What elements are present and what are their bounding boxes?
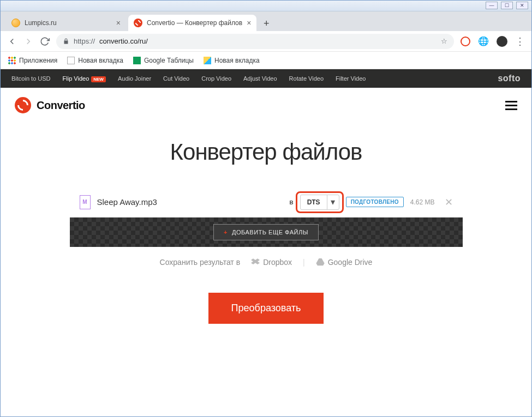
back-button[interactable] [7, 37, 17, 46]
gdrive-icon [316, 258, 325, 266]
topnav-link[interactable]: Cut Video [163, 75, 189, 82]
file-size: 4.62 MB [410, 198, 435, 206]
page-icon [67, 57, 75, 64]
browser-tab-inactive[interactable]: Lumpics.ru × [6, 15, 126, 31]
forward-button[interactable] [23, 37, 33, 46]
address-bar[interactable]: https://convertio.co/ru/ ☆ [56, 34, 454, 49]
add-more-row: + ДОБАВИТЬ ЕЩЕ ФАЙЛЫ [70, 217, 463, 247]
bookmark-item[interactable]: Google Таблицы [133, 57, 194, 64]
logo-text: Convertio [37, 99, 85, 112]
apps-icon [8, 57, 16, 64]
tab-title: Convertio — Конвертер файлов [147, 19, 242, 27]
bookmarks-bar: Приложения Новая вкладка Google Таблицы … [1, 52, 531, 69]
format-value: DTS [301, 195, 327, 209]
bookmark-apps[interactable]: Приложения [8, 57, 57, 64]
page-title: Конвертер файлов [1, 139, 531, 165]
globe-icon[interactable]: 🌐 [478, 36, 489, 46]
favicon-icon [11, 19, 20, 27]
gdrive-option[interactable]: Google Drive [316, 258, 373, 267]
topnav-link[interactable]: Rotate Video [289, 75, 324, 82]
window-minimize-button[interactable]: — [486, 2, 498, 9]
window-close-button[interactable]: ✕ [516, 2, 528, 9]
main-content: Конвертер файлов M Sleep Away.mp3 в DTS … [1, 123, 531, 324]
format-selector-group: DTS ▾ [300, 195, 339, 210]
dropbox-icon [251, 258, 260, 266]
converter-card: M Sleep Away.mp3 в DTS ▾ ПОДГОТОВЛЕНО 4.… [70, 187, 463, 277]
tab-close-icon[interactable]: × [116, 19, 121, 27]
image-icon [204, 57, 211, 64]
topnav-link[interactable]: Bitcoin to USD [11, 75, 51, 82]
separator: | [303, 258, 305, 267]
profile-avatar[interactable] [497, 36, 507, 47]
bookmark-star-icon[interactable]: ☆ [441, 37, 447, 45]
file-name: Sleep Away.mp3 [97, 197, 157, 207]
browser-tabstrip: Lumpics.ru × Convertio — Конвертер файло… [1, 11, 531, 31]
browser-tab-active[interactable]: Convertio — Конвертер файлов × [128, 15, 256, 31]
plus-icon: + [224, 229, 228, 235]
browser-menu-icon[interactable]: ⋮ [515, 35, 525, 47]
brand-softo: softo [498, 74, 521, 83]
extension-icon[interactable] [461, 37, 470, 46]
format-dropdown[interactable]: DTS ▾ [300, 195, 339, 210]
topnav-link[interactable]: Flip VideoNEW [63, 75, 106, 82]
save-label: Сохранить результат в [160, 258, 241, 267]
convert-button[interactable]: Преобразовать [208, 293, 324, 324]
site-topnav: Bitcoin to USD Flip VideoNEW Audio Joine… [1, 69, 531, 88]
topnav-link[interactable]: Filter Video [336, 75, 366, 82]
file-row: M Sleep Away.mp3 в DTS ▾ ПОДГОТОВЛЕНО 4.… [70, 187, 463, 217]
status-badge: ПОДГОТОВЛЕНО [346, 197, 404, 207]
remove-file-button[interactable]: ✕ [445, 196, 453, 208]
tab-close-icon[interactable]: × [247, 19, 251, 27]
topnav-link[interactable]: Audio Joiner [118, 75, 151, 82]
chevron-down-icon: ▾ [327, 195, 339, 209]
site-logo[interactable]: Convertio [15, 97, 85, 113]
bookmark-item[interactable]: Новая вкладка [67, 57, 123, 64]
add-more-files-button[interactable]: + ДОБАВИТЬ ЕЩЕ ФАЙЛЫ [213, 224, 319, 240]
browser-toolbar: https://convertio.co/ru/ ☆ 🌐 ⋮ [1, 31, 531, 52]
url-scheme: https:// [74, 37, 95, 45]
topnav-link[interactable]: Adjust Video [243, 75, 277, 82]
tab-title: Lumpics.ru [25, 19, 112, 27]
filetype-icon: M [80, 195, 91, 209]
new-badge: NEW [91, 76, 106, 82]
sheets-icon [133, 57, 141, 64]
reload-button[interactable] [40, 37, 50, 46]
window-titlebar: — ☐ ✕ [1, 1, 531, 11]
bookmark-item[interactable]: Новая вкладка [204, 57, 260, 64]
to-label: в [289, 198, 293, 206]
logo-icon [15, 97, 31, 113]
url-host: convertio.co/ru/ [99, 37, 148, 45]
favicon-icon [134, 19, 142, 27]
new-tab-button[interactable]: + [259, 16, 274, 31]
menu-button[interactable] [505, 101, 517, 110]
window-maximize-button[interactable]: ☐ [501, 2, 513, 9]
dropbox-option[interactable]: Dropbox [251, 258, 292, 267]
save-destination-row: Сохранить результат в Dropbox | Google D… [70, 247, 463, 277]
site-header: Convertio [1, 88, 531, 123]
topnav-link[interactable]: Crop Video [201, 75, 231, 82]
lock-icon [63, 38, 69, 45]
